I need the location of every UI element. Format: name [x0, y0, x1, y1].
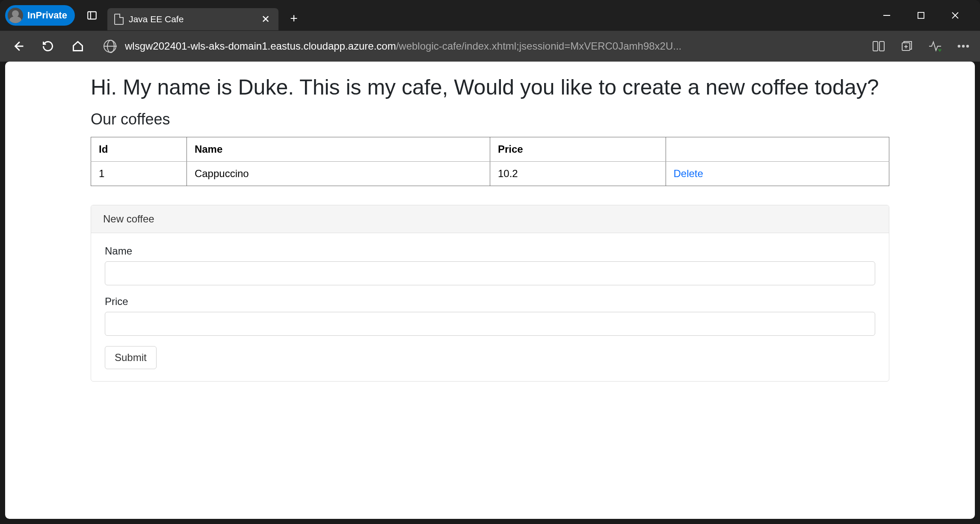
- svg-point-13: [962, 45, 964, 47]
- svg-rect-0: [88, 12, 96, 19]
- tab-actions-button[interactable]: [83, 6, 101, 25]
- cell-price: 10.2: [490, 162, 666, 186]
- menu-button[interactable]: [956, 39, 971, 53]
- svg-rect-3: [918, 12, 924, 18]
- minimize-button[interactable]: [877, 6, 896, 25]
- toolbar: wlsgw202401-wls-aks-domain1.eastus.cloud…: [0, 31, 980, 62]
- window-controls: [877, 6, 975, 25]
- inprivate-label: InPrivate: [27, 10, 67, 21]
- page-icon: [114, 14, 124, 25]
- price-label: Price: [105, 296, 875, 308]
- browser-tab[interactable]: Java EE Cafe ✕: [107, 8, 278, 30]
- close-window-button[interactable]: [946, 6, 965, 25]
- table-row: 1 Cappuccino 10.2 Delete: [91, 162, 889, 186]
- maximize-button[interactable]: [912, 6, 930, 25]
- url-host: wlsgw202401-wls-aks-domain1.eastus.cloud…: [125, 40, 396, 52]
- cell-name: Cappuccino: [187, 162, 490, 186]
- tab-title: Java EE Cafe: [129, 14, 255, 24]
- svg-point-12: [958, 45, 960, 47]
- titlebar: InPrivate Java EE Cafe ✕ +: [0, 0, 980, 31]
- close-tab-button[interactable]: ✕: [260, 13, 272, 25]
- refresh-button[interactable]: [39, 38, 56, 55]
- site-info-icon[interactable]: [104, 40, 116, 53]
- subheading: Our coffees: [91, 110, 889, 128]
- new-coffee-panel: New coffee Name Price Submit: [91, 205, 889, 382]
- back-button[interactable]: [9, 38, 27, 55]
- name-input[interactable]: [105, 261, 875, 285]
- name-label: Name: [105, 245, 875, 257]
- url-text: wlsgw202401-wls-aks-domain1.eastus.cloud…: [125, 40, 681, 52]
- svg-rect-8: [879, 41, 884, 51]
- page-viewport: Hi. My name is Duke. This is my cafe, Wo…: [5, 62, 975, 519]
- performance-icon[interactable]: [928, 39, 942, 53]
- panel-body: Name Price Submit: [91, 233, 889, 381]
- collections-icon[interactable]: [900, 39, 914, 53]
- home-button[interactable]: [69, 38, 86, 55]
- price-input[interactable]: [105, 312, 875, 336]
- cell-id: 1: [91, 162, 187, 186]
- svg-rect-7: [873, 41, 878, 51]
- url-path: /weblogic-cafe/index.xhtml;jsessionid=Mx…: [396, 40, 682, 52]
- page-heading: Hi. My name is Duke. This is my cafe, Wo…: [91, 74, 889, 100]
- inprivate-badge[interactable]: InPrivate: [5, 5, 75, 26]
- browser-window: InPrivate Java EE Cafe ✕ +: [0, 0, 980, 524]
- panel-header: New coffee: [91, 205, 889, 233]
- address-bar[interactable]: wlsgw202401-wls-aks-domain1.eastus.cloud…: [104, 40, 848, 53]
- coffee-table: Id Name Price 1 Cappuccino 10.2 Delete: [91, 137, 889, 186]
- table-header-row: Id Name Price: [91, 137, 889, 162]
- col-header-price: Price: [490, 137, 666, 162]
- toolbar-right: [871, 39, 971, 53]
- submit-button[interactable]: Submit: [105, 346, 157, 369]
- delete-link[interactable]: Delete: [674, 168, 703, 179]
- svg-point-14: [967, 45, 968, 47]
- new-tab-button[interactable]: +: [284, 9, 303, 28]
- col-header-name: Name: [187, 137, 490, 162]
- split-screen-icon[interactable]: [871, 39, 886, 53]
- col-header-id: Id: [91, 137, 187, 162]
- col-header-action: [666, 137, 889, 162]
- avatar-icon: [8, 8, 23, 23]
